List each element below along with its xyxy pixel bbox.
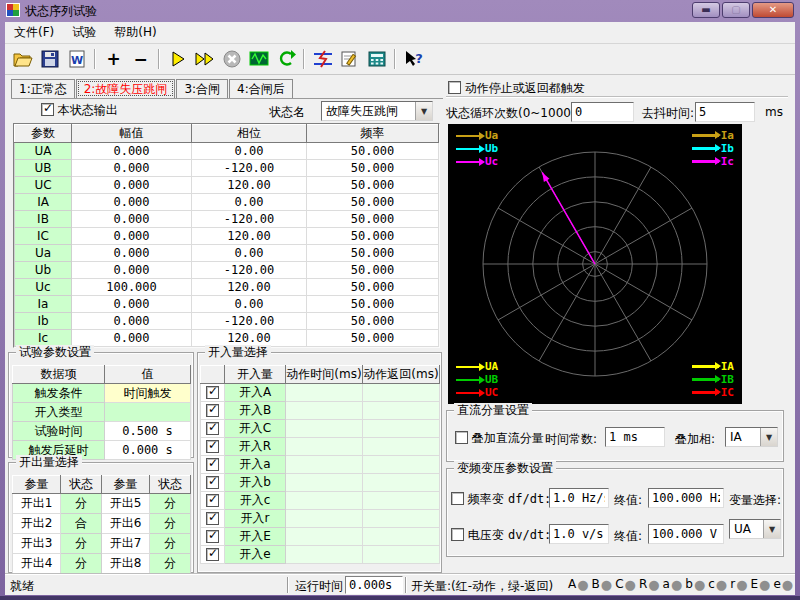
param-value-cell[interactable]: 50.000 bbox=[307, 194, 439, 211]
report-icon[interactable] bbox=[336, 47, 363, 72]
test-param-value[interactable]: 0.500 s bbox=[105, 422, 191, 441]
param-value-cell[interactable]: 120.00 bbox=[192, 228, 307, 245]
stop-icon[interactable] bbox=[218, 47, 245, 72]
dc-enable-checkbox[interactable]: 叠加直流分量 bbox=[455, 430, 544, 447]
param-value-cell[interactable]: 0.000 bbox=[72, 245, 192, 262]
param-value-cell[interactable]: 50.000 bbox=[307, 160, 439, 177]
tab-state-1[interactable]: 1:正常态 bbox=[11, 79, 75, 98]
dfdt-input[interactable] bbox=[549, 488, 609, 508]
binary-in-check-cell[interactable] bbox=[201, 420, 225, 438]
param-value-cell[interactable]: 50.000 bbox=[307, 262, 439, 279]
menu-file[interactable]: 文件(F) bbox=[5, 22, 63, 43]
param-value-cell[interactable]: 0.00 bbox=[192, 296, 307, 313]
volt-end-input[interactable] bbox=[648, 524, 724, 544]
chevron-down-icon[interactable]: ▼ bbox=[760, 428, 777, 446]
checkbox-icon[interactable] bbox=[451, 492, 464, 505]
binary-in-check-cell[interactable] bbox=[201, 384, 225, 402]
param-value-cell[interactable]: 50.000 bbox=[307, 228, 439, 245]
var-select-combo[interactable]: UA ▼ bbox=[729, 519, 781, 539]
checkbox-icon[interactable] bbox=[206, 476, 219, 489]
checkbox-icon[interactable] bbox=[41, 103, 54, 116]
checkbox-icon[interactable] bbox=[455, 431, 468, 444]
remove-state-icon[interactable]: − bbox=[127, 47, 154, 72]
param-value-cell[interactable]: 120.00 bbox=[192, 330, 307, 347]
binary-out-state[interactable]: 合 bbox=[61, 514, 102, 534]
binary-out-state[interactable]: 分 bbox=[61, 494, 102, 514]
close-button[interactable]: ✕ bbox=[752, 2, 794, 18]
param-value-cell[interactable]: 0.000 bbox=[72, 211, 192, 228]
binary-out-state[interactable]: 分 bbox=[150, 534, 191, 554]
param-value-cell[interactable]: 50.000 bbox=[307, 313, 439, 330]
binary-in-check-cell[interactable] bbox=[201, 438, 225, 456]
checkbox-icon[interactable] bbox=[206, 422, 219, 435]
param-value-cell[interactable]: 0.000 bbox=[72, 177, 192, 194]
help-icon[interactable]: ? bbox=[400, 47, 427, 72]
binary-in-check-cell[interactable] bbox=[201, 492, 225, 510]
freq-end-input[interactable] bbox=[648, 488, 724, 508]
param-value-cell[interactable]: -120.00 bbox=[192, 211, 307, 228]
param-value-cell[interactable]: 0.00 bbox=[192, 194, 307, 211]
maximize-button[interactable]: ▢ bbox=[722, 2, 750, 18]
calculator-icon[interactable] bbox=[363, 47, 390, 72]
param-value-cell[interactable]: 0.00 bbox=[192, 245, 307, 262]
binary-in-check-cell[interactable] bbox=[201, 474, 225, 492]
param-value-cell[interactable]: -120.00 bbox=[192, 160, 307, 177]
checkbox-icon[interactable] bbox=[206, 548, 219, 561]
param-value-cell[interactable]: 0.00 bbox=[192, 143, 307, 160]
param-value-cell[interactable]: 0.000 bbox=[72, 194, 192, 211]
binary-in-check-cell[interactable] bbox=[201, 402, 225, 420]
checkbox-icon[interactable] bbox=[451, 528, 464, 541]
debounce-input[interactable] bbox=[695, 102, 755, 122]
chevron-down-icon[interactable]: ▼ bbox=[763, 520, 780, 538]
undo-icon[interactable] bbox=[272, 47, 299, 72]
fault-set-icon[interactable] bbox=[309, 47, 336, 72]
checkbox-icon[interactable] bbox=[448, 81, 461, 94]
minimize-button[interactable]: ▬ bbox=[692, 2, 720, 18]
waveform-icon[interactable] bbox=[245, 47, 272, 72]
binary-in-check-cell[interactable] bbox=[201, 510, 225, 528]
dc-tc-input[interactable] bbox=[605, 427, 665, 447]
dvdt-input[interactable] bbox=[549, 524, 609, 544]
save-icon[interactable] bbox=[36, 47, 63, 72]
trigger-mode-checkbox[interactable]: 动作停止或返回都触发 bbox=[448, 80, 585, 97]
param-value-cell[interactable]: 120.00 bbox=[192, 177, 307, 194]
loop-count-input[interactable] bbox=[571, 102, 634, 122]
param-value-cell[interactable]: 50.000 bbox=[307, 330, 439, 347]
tab-state-2[interactable]: 2:故障失压跳闸 bbox=[76, 79, 176, 98]
param-value-cell[interactable]: 50.000 bbox=[307, 177, 439, 194]
param-value-cell[interactable]: 120.00 bbox=[192, 279, 307, 296]
checkbox-icon[interactable] bbox=[206, 458, 219, 471]
checkbox-icon[interactable] bbox=[206, 530, 219, 543]
param-value-cell[interactable]: 0.000 bbox=[72, 313, 192, 330]
param-value-cell[interactable]: -120.00 bbox=[192, 262, 307, 279]
add-state-icon[interactable]: + bbox=[100, 47, 127, 72]
param-value-cell[interactable]: 0.000 bbox=[72, 228, 192, 245]
param-value-cell[interactable]: 50.000 bbox=[307, 296, 439, 313]
param-value-cell[interactable]: 50.000 bbox=[307, 245, 439, 262]
param-value-cell[interactable]: 0.000 bbox=[72, 330, 192, 347]
param-value-cell[interactable]: 50.000 bbox=[307, 143, 439, 160]
binary-out-state[interactable]: 分 bbox=[61, 534, 102, 554]
checkbox-icon[interactable] bbox=[206, 512, 219, 525]
test-param-value[interactable]: 0.000 s bbox=[105, 441, 191, 460]
dc-phase-combo[interactable]: IA ▼ bbox=[725, 427, 778, 447]
param-value-cell[interactable]: 100.000 bbox=[72, 279, 192, 296]
param-value-cell[interactable]: 0.000 bbox=[72, 262, 192, 279]
run-continuous-icon[interactable] bbox=[191, 47, 218, 72]
checkbox-icon[interactable] bbox=[206, 404, 219, 417]
volt-ramp-checkbox[interactable]: 电压变 bbox=[451, 527, 504, 544]
checkbox-icon[interactable] bbox=[206, 494, 219, 507]
binary-out-state[interactable]: 分 bbox=[150, 554, 191, 574]
open-icon[interactable] bbox=[9, 47, 36, 72]
param-value-cell[interactable]: 50.000 bbox=[307, 279, 439, 296]
test-param-value[interactable] bbox=[105, 403, 191, 422]
chevron-down-icon[interactable]: ▼ bbox=[415, 102, 432, 120]
binary-in-check-cell[interactable] bbox=[201, 456, 225, 474]
state-output-checkbox[interactable]: 本状态输出 bbox=[41, 102, 118, 119]
checkbox-icon[interactable] bbox=[206, 386, 219, 399]
test-param-value[interactable]: 时间触发 bbox=[105, 384, 191, 403]
run-icon[interactable] bbox=[164, 47, 191, 72]
checkbox-icon[interactable] bbox=[206, 440, 219, 453]
state-name-combo[interactable]: 故障失压跳闸 ▼ bbox=[321, 101, 433, 121]
param-value-cell[interactable]: 0.000 bbox=[72, 160, 192, 177]
